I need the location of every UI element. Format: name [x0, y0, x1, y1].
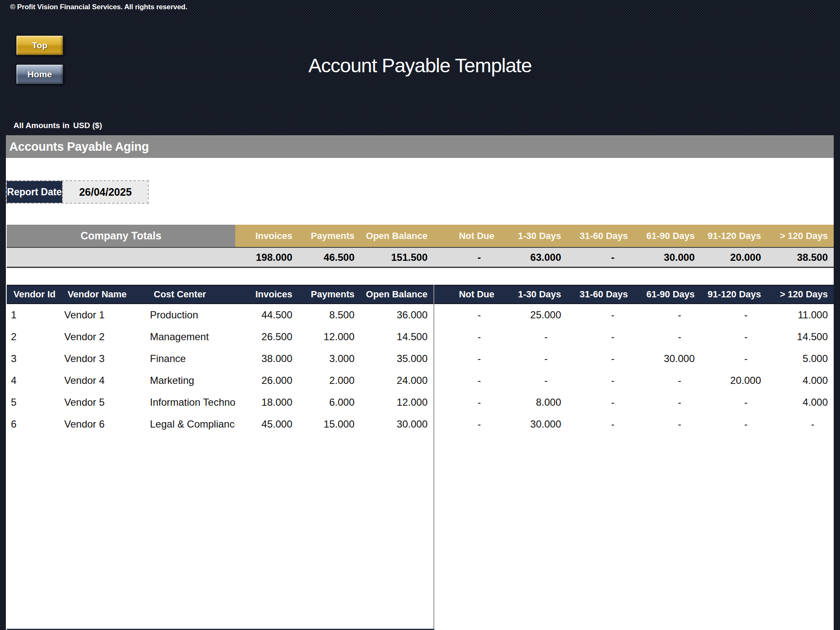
- vendor-cell-invoices: 38.000: [235, 348, 298, 370]
- vendor-row-6: 6Vendor 6Legal & Compliance45.00015.0003…: [7, 413, 834, 435]
- company-totals-values-row: 198.00046.500151.500-63.000-30.00020.000…: [7, 247, 834, 268]
- table-section-divider: [433, 285, 434, 630]
- vendor-cell-61-90-days: 30.000: [634, 348, 701, 370]
- totals-column-header-open-balance: Open Balance: [360, 225, 433, 247]
- vendor-cell-120-days: 4.000: [767, 370, 834, 391]
- vendor-cell-not-due: -: [433, 413, 500, 435]
- vendor-row-1: 1Vendor 1Production44.5008.50036.000-25.…: [7, 304, 834, 326]
- totals-value-91-120-days: 20.000: [701, 248, 767, 267]
- vendor-cell-cost-center: Information Technology: [147, 391, 235, 413]
- vendor-cell-61-90-days: -: [634, 370, 701, 391]
- copyright-text: © Profit Vision Financial Services. All …: [10, 3, 187, 11]
- totals-column-header-120-days: > 120 Days: [767, 225, 834, 247]
- vendor-cell-vendor-name: Vendor 3: [61, 348, 147, 370]
- report-date-input[interactable]: 26/04/2025: [62, 181, 148, 203]
- vendor-cell-vendor-name: Vendor 2: [61, 326, 147, 348]
- vendor-cell-120-days: -: [767, 413, 834, 435]
- vendor-cell-1-30-days: -: [500, 348, 567, 370]
- vendor-cell-91-120-days: -: [701, 326, 767, 348]
- vendor-cell-invoices: 45.000: [235, 413, 298, 435]
- vendor-cell-not-due: -: [433, 370, 500, 391]
- vendor-cell-vendor-id: 3: [7, 348, 61, 370]
- vendor-cell-1-30-days: -: [500, 326, 567, 348]
- totals-value-1-30-days: 63.000: [500, 248, 567, 267]
- vendor-column-header-120-days: > 120 Days: [767, 286, 834, 303]
- top-button-label: Top: [32, 40, 47, 50]
- vendor-cell-open-balance: 14.500: [360, 326, 433, 348]
- vendor-cell-vendor-id: 1: [7, 304, 61, 326]
- vendor-column-header-61-90-days: 61-90 Days: [634, 286, 701, 303]
- vendor-row-3: 3Vendor 3Finance38.0003.00035.000---30.0…: [7, 348, 834, 370]
- vendor-cell-vendor-id: 5: [7, 391, 61, 413]
- vendor-cell-61-90-days: -: [634, 413, 701, 435]
- worksheet: Accounts Payable Aging Report Date 26/04…: [6, 135, 834, 630]
- vendor-cell-31-60-days: -: [567, 391, 634, 413]
- totals-column-header-91-120-days: 91-120 Days: [701, 225, 767, 247]
- vendor-cell-cost-center: Management: [147, 326, 235, 348]
- company-totals-header-row: Company Totals InvoicesPaymentsOpen Bala…: [7, 225, 834, 247]
- vendor-cell-1-30-days: 30.000: [500, 413, 567, 435]
- vendor-cell-1-30-days: 8.000: [500, 391, 567, 413]
- amounts-note: All Amounts inUSD ($): [13, 121, 106, 130]
- vendor-cell-61-90-days: -: [634, 326, 701, 348]
- vendor-cell-91-120-days: -: [701, 348, 767, 370]
- vendor-cell-cost-center: Production: [147, 304, 235, 326]
- vendor-cell-open-balance: 35.000: [360, 348, 433, 370]
- vendor-cell-vendor-name: Vendor 5: [61, 391, 147, 413]
- vendor-cell-payments: 2.000: [298, 370, 360, 391]
- vendor-cell-cost-center: Finance: [147, 348, 235, 370]
- vendor-cell-vendor-id: 4: [7, 370, 61, 391]
- vendor-cell-120-days: 14.500: [767, 326, 834, 348]
- vendor-cell-invoices: 18.000: [235, 391, 298, 413]
- totals-spacer: [7, 248, 235, 267]
- section-title-bar: Accounts Payable Aging: [6, 135, 834, 158]
- vendor-table-header-row: Vendor IdVendor NameCost CenterInvoicesP…: [7, 285, 834, 304]
- totals-column-header-31-60-days: 31-60 Days: [567, 225, 634, 247]
- vendor-row-2: 2Vendor 2Management26.50012.00014.500---…: [7, 326, 834, 348]
- vendor-cell-payments: 8.500: [298, 304, 360, 326]
- vendor-column-header-31-60-days: 31-60 Days: [567, 286, 634, 303]
- vendor-cell-91-120-days: -: [701, 391, 767, 413]
- vendor-cell-open-balance: 12.000: [360, 391, 433, 413]
- totals-value-invoices: 198.000: [235, 248, 298, 267]
- vendor-cell-payments: 3.000: [298, 348, 360, 370]
- vendor-cell-open-balance: 30.000: [360, 413, 433, 435]
- vendor-column-header-91-120-days: 91-120 Days: [701, 286, 767, 303]
- totals-column-header-payments: Payments: [298, 225, 360, 247]
- vendor-cell-invoices: 26.500: [235, 326, 298, 348]
- totals-value-120-days: 38.500: [767, 248, 834, 267]
- page-title: Account Payable Template: [308, 54, 532, 77]
- vendor-cell-91-120-days: -: [701, 304, 767, 326]
- totals-value-31-60-days: -: [567, 248, 634, 267]
- vendor-column-header-vendor-name: Vendor Name: [61, 286, 147, 303]
- vendor-cell-120-days: 11.000: [767, 304, 834, 326]
- vendor-column-header-open-balance: Open Balance: [360, 286, 433, 303]
- vendor-cell-1-30-days: -: [500, 370, 567, 391]
- vendor-cell-payments: 6.000: [298, 391, 360, 413]
- vendor-cell-61-90-days: -: [634, 304, 701, 326]
- vendor-cell-91-120-days: 20.000: [701, 370, 767, 391]
- vendor-cell-vendor-id: 2: [7, 326, 61, 348]
- vendor-cell-91-120-days: -: [701, 413, 767, 435]
- vendor-cell-open-balance: 24.000: [360, 370, 433, 391]
- vendor-cell-open-balance: 36.000: [360, 304, 433, 326]
- vendor-cell-31-60-days: -: [567, 304, 634, 326]
- vendor-cell-vendor-name: Vendor 1: [61, 304, 147, 326]
- vendor-cell-31-60-days: -: [567, 326, 634, 348]
- totals-column-header-not-due: Not Due: [433, 225, 500, 247]
- vendor-row-5: 5Vendor 5Information Technology18.0006.0…: [7, 391, 834, 413]
- vendor-cell-invoices: 44.500: [235, 304, 298, 326]
- amounts-label: All Amounts in: [13, 121, 69, 130]
- vendor-row-4: 4Vendor 4Marketing26.0002.00024.000----2…: [7, 370, 834, 391]
- vendor-column-header-not-due: Not Due: [433, 286, 500, 303]
- vendor-cell-vendor-name: Vendor 4: [61, 370, 147, 391]
- top-button[interactable]: Top: [16, 35, 63, 55]
- report-date-group: Report Date 26/04/2025: [7, 181, 148, 203]
- vendor-column-header-payments: Payments: [298, 286, 360, 303]
- home-button-label: Home: [27, 69, 52, 79]
- vendor-column-header-1-30-days: 1-30 Days: [500, 286, 567, 303]
- totals-value-not-due: -: [433, 248, 500, 267]
- home-button[interactable]: Home: [16, 64, 63, 84]
- vendor-cell-not-due: -: [433, 326, 500, 348]
- vendor-cell-payments: 12.000: [298, 326, 360, 348]
